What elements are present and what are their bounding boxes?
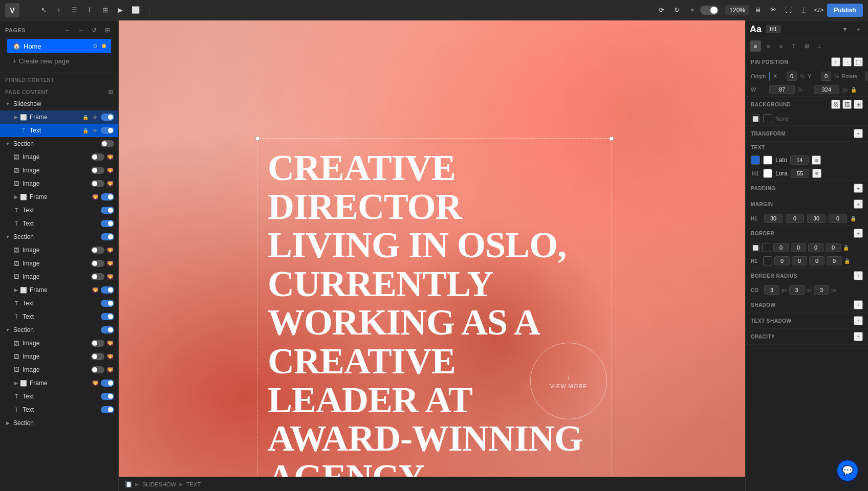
rp-opacity-header[interactable]: OPACITY +: [746, 329, 868, 344]
rp-pin-position-header[interactable]: PIN POSITION ↑ → ⬚: [746, 54, 868, 70]
tree-item-img-2[interactable]: 🖼 Image 🌄: [0, 164, 118, 177]
resize-handle-tr[interactable]: [610, 137, 614, 141]
view-more-button[interactable]: ↓ VIEW MORE: [530, 343, 607, 419]
img6-toggle[interactable]: [91, 273, 104, 280]
margin-right-input[interactable]: 0: [786, 214, 804, 223]
img7-toggle[interactable]: [91, 340, 104, 347]
img5-photo-icon[interactable]: 🌄: [106, 259, 114, 267]
pages-refresh-btn[interactable]: ↺: [89, 25, 100, 36]
tree-item-img-3[interactable]: 🖼 Image 🌄: [0, 177, 118, 190]
align-middle-btn[interactable]: ⊞: [801, 40, 812, 52]
margin-add-btn[interactable]: +: [854, 199, 863, 209]
img5-toggle[interactable]: [91, 260, 104, 267]
border-val-2a[interactable]: 0: [774, 256, 790, 265]
border-color-swatch-2[interactable]: [763, 256, 772, 265]
border-val-1d[interactable]: 0: [826, 243, 841, 252]
text2-toggle[interactable]: [101, 207, 114, 214]
rp-h1-badge[interactable]: H1: [766, 25, 781, 33]
img-toggle[interactable]: [91, 153, 104, 161]
margin-bottom-input[interactable]: 30: [807, 214, 826, 223]
section-header-slideshow[interactable]: ▼ Slideshow: [0, 97, 118, 110]
rp-shadow-header[interactable]: SHADOW +: [746, 297, 868, 313]
tree-item-img-4[interactable]: 🖼 Image 🌄: [0, 243, 118, 257]
border-val-1a[interactable]: 0: [773, 243, 789, 252]
tree-item-frame-1[interactable]: ▶ ⬜ Frame 🔒 👁: [0, 110, 118, 124]
tree-item-text-4[interactable]: T Text: [0, 297, 118, 310]
img3-photo-icon[interactable]: 🌄: [106, 180, 114, 188]
tree-item-text-2[interactable]: T Text: [0, 204, 118, 217]
y-input[interactable]: 0: [821, 72, 831, 81]
device-btn[interactable]: 🖥: [750, 3, 765, 17]
text-tool[interactable]: T: [82, 3, 97, 17]
h-input[interactable]: 324: [814, 85, 839, 94]
size-lock-icon[interactable]: 🔒: [851, 87, 857, 93]
tree-item-img-8[interactable]: 🖼 Image 🌄: [0, 350, 118, 363]
tree-item-img-6[interactable]: 🖼 Image 🌄: [0, 270, 118, 283]
select-tool[interactable]: ↖: [36, 3, 51, 17]
layout-tool[interactable]: ⬜: [128, 3, 143, 17]
margin-top-input[interactable]: 30: [764, 214, 783, 223]
br-val-2[interactable]: 3: [789, 285, 805, 295]
img9-toggle[interactable]: [91, 366, 104, 373]
bg-image-btn[interactable]: 🖼: [842, 100, 852, 109]
page-settings-btn[interactable]: ⚙: [91, 41, 100, 51]
lock-icon-2[interactable]: 🔒: [81, 126, 90, 135]
rp-background-header[interactable]: BACKGROUND ⛓ 🖼 ⊞: [746, 97, 868, 112]
align-left-btn[interactable]: ≡: [750, 40, 761, 52]
align-bottom-btn[interactable]: ⊥: [814, 40, 825, 52]
img2-photo-icon[interactable]: 🌄: [106, 166, 114, 174]
border-lock-icon-1[interactable]: 🔒: [843, 245, 849, 251]
preview-toggle[interactable]: [700, 6, 719, 15]
padding-add-btn[interactable]: +: [854, 184, 863, 193]
section-header-1[interactable]: ▼ Section: [0, 137, 118, 150]
resize-handle-tl[interactable]: [255, 137, 259, 141]
section-header-2[interactable]: ▼ Section: [0, 230, 118, 243]
img8-toggle[interactable]: [91, 353, 104, 360]
publish-button[interactable]: Publish: [827, 4, 863, 17]
tree-item-text-5[interactable]: T Text: [0, 310, 118, 323]
bg-color-swatch[interactable]: [763, 114, 772, 123]
opacity-add-btn[interactable]: +: [854, 332, 863, 341]
bg-square-icon[interactable]: ⬜: [751, 114, 760, 123]
align-center-btn[interactable]: ≡: [763, 40, 774, 52]
x-input[interactable]: 0: [787, 72, 797, 81]
br-val-1[interactable]: 3: [764, 285, 779, 295]
frame4-toggle[interactable]: [101, 380, 114, 387]
frame3-photo-icon[interactable]: 🌄: [91, 286, 99, 294]
page-item-home[interactable]: 🏠 Home ⚙: [7, 39, 111, 53]
section1-toggle[interactable]: [101, 140, 114, 147]
border-val-2b[interactable]: 0: [792, 256, 807, 265]
breadcrumb-slideshow[interactable]: SLIDESHOW: [142, 481, 176, 487]
text-toggle[interactable]: [101, 127, 114, 134]
img-photo-icon[interactable]: 🌄: [106, 153, 114, 161]
text-shadow-add-btn[interactable]: +: [854, 316, 863, 325]
text-selection-box[interactable]: CREATIVE DIRECTOR LIVING IN OSLO, CURREN…: [257, 138, 612, 491]
tree-item-text-7[interactable]: T Text: [0, 403, 118, 416]
fullscreen-btn[interactable]: ⛶: [781, 3, 795, 17]
lock-icon[interactable]: 🔒: [81, 113, 90, 121]
cursor-text-btn[interactable]: ⌶: [796, 3, 811, 17]
border-style-icon-1[interactable]: ⬜: [751, 243, 760, 252]
font-color-swatch-1[interactable]: [763, 155, 772, 165]
border-val-1b[interactable]: 0: [791, 243, 806, 252]
transform-add-btn[interactable]: +: [854, 129, 863, 138]
font2-name[interactable]: Lora: [775, 170, 788, 177]
pin-up-btn[interactable]: ↑: [831, 57, 840, 66]
border-radius-add-btn[interactable]: +: [854, 271, 863, 280]
border-color-swatch-1[interactable]: [762, 243, 771, 252]
origin-box[interactable]: [769, 72, 770, 81]
margin-left-input[interactable]: 0: [829, 214, 847, 223]
img3-toggle[interactable]: [91, 180, 104, 187]
tree-item-text-6[interactable]: T Text: [0, 390, 118, 403]
rp-text-shadow-header[interactable]: TEXT SHADOW +: [746, 313, 868, 328]
h1-color-swatch-1[interactable]: [751, 155, 760, 165]
cursor-btn[interactable]: ⌖: [685, 3, 699, 17]
border-val-1c[interactable]: 0: [808, 243, 823, 252]
tree-item-img-1[interactable]: 🖼 Image 🌄: [0, 150, 118, 164]
img4-toggle[interactable]: [91, 247, 104, 254]
tree-item-img-5[interactable]: 🖼 Image 🌄: [0, 257, 118, 270]
text3-toggle[interactable]: [101, 220, 114, 227]
rp-dropdown-btn[interactable]: ▼: [839, 24, 851, 35]
pages-grid-btn[interactable]: ⊞: [102, 25, 113, 36]
video-tool[interactable]: ▶: [113, 3, 127, 17]
